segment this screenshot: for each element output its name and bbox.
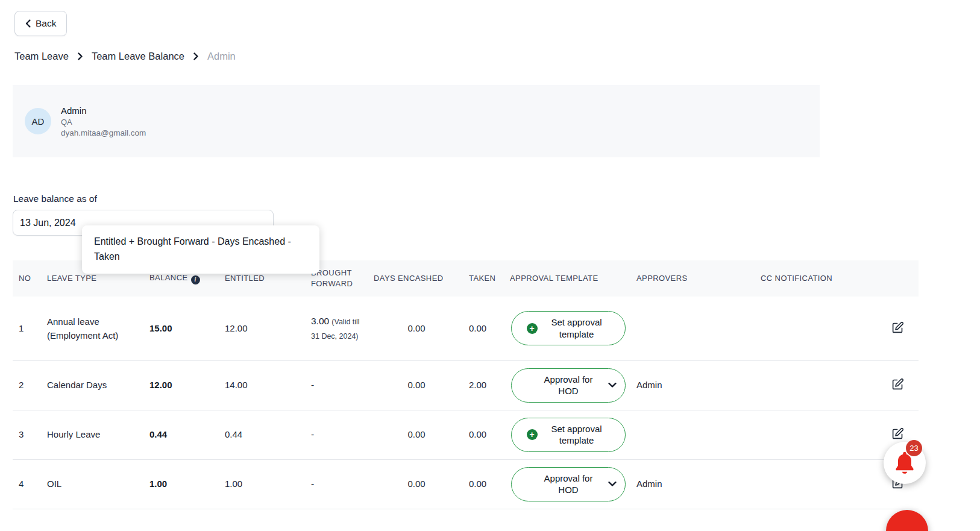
cell-cc-notification [756, 410, 877, 459]
cell-taken: 2.00 [464, 360, 505, 410]
cell-leave-type: Annual leave (Employment Act) [42, 297, 145, 360]
approval-template-label: Set approval template [543, 316, 611, 340]
cell-taken: 0.00 [464, 297, 505, 360]
table-row: 1 Annual leave (Employment Act) 15.00 12… [13, 297, 919, 360]
cell-days-encashed: 0.00 [369, 360, 464, 410]
approval-template-button[interactable]: + Approval for HOD [511, 467, 626, 501]
col-header-no: NO [13, 260, 42, 297]
chevron-left-icon [25, 19, 31, 28]
col-header-approvers: APPROVERS [632, 260, 756, 297]
approval-template-label: Approval for HOD [535, 473, 602, 496]
breadcrumb-admin: Admin [207, 51, 236, 62]
table-row: 2 Calendar Days 12.00 14.00 - 0.00 2.00 … [13, 360, 919, 410]
balance-formula-tooltip: Entitled + Brought Forward - Days Encash… [82, 225, 319, 274]
cell-brought-forward: - [306, 410, 369, 459]
cell-actions [877, 360, 919, 410]
approval-template-button[interactable]: + Set approval template [511, 418, 626, 452]
cell-approvers: Admin [632, 360, 756, 410]
back-label: Back [36, 18, 56, 29]
cell-entitled: 14.00 [220, 360, 306, 410]
approval-template-button[interactable]: + Set approval template [511, 311, 626, 345]
cell-brought-forward: 3.00 (Valid till 31 Dec, 2024) [306, 297, 369, 360]
cell-days-encashed: 0.00 [369, 459, 464, 509]
approval-template-label: Approval for HOD [535, 374, 602, 397]
plus-icon: + [527, 429, 538, 440]
cell-actions [877, 297, 919, 360]
brought-forward-value: - [311, 479, 314, 489]
cell-approvers [632, 297, 756, 360]
edit-button[interactable] [889, 319, 906, 336]
table-row: 4 OIL 1.00 1.00 - 0.00 0.00 + Approval f… [13, 459, 919, 509]
cell-leave-type: OIL [42, 459, 145, 509]
edit-button[interactable] [889, 425, 906, 442]
cell-entitled: 12.00 [220, 297, 306, 360]
cell-cc-notification [756, 297, 877, 360]
cell-approvers [632, 410, 756, 459]
table-row: 3 Hourly Leave 0.44 0.44 - 0.00 0.00 + S… [13, 410, 919, 459]
cell-no: 2 [13, 360, 42, 410]
cell-days-encashed: 0.00 [369, 410, 464, 459]
info-icon[interactable]: i [191, 275, 200, 284]
cell-brought-forward: - [306, 459, 369, 509]
plus-icon: + [527, 323, 538, 334]
breadcrumb-team-leave[interactable]: Team Leave [14, 51, 69, 62]
balance-header-label: BALANCE [149, 273, 188, 282]
cell-leave-type: Hourly Leave [42, 410, 145, 459]
col-header-actions [877, 260, 919, 297]
col-header-cc-notification: CC NOTIFICATION [756, 260, 877, 297]
cell-approvers: Admin [632, 459, 756, 509]
cell-cc-notification [756, 360, 877, 410]
cell-approval-template: + Set approval template [505, 297, 632, 360]
cell-brought-forward: - [306, 360, 369, 410]
cell-balance: 0.44 [145, 410, 220, 459]
cell-no: 1 [13, 297, 42, 360]
col-header-days-encashed: DAYS ENCASHED [369, 260, 464, 297]
breadcrumb-team-leave-balance[interactable]: Team Leave Balance [92, 51, 184, 62]
secondary-fab[interactable] [886, 510, 928, 531]
cell-balance: 1.00 [145, 459, 220, 509]
user-email: dyah.mitaa@gmail.com [61, 128, 146, 137]
cell-entitled: 1.00 [220, 459, 306, 509]
cell-balance: 15.00 [145, 297, 220, 360]
brought-forward-value: 3.00 [311, 316, 329, 326]
notification-badge: 23 [906, 440, 922, 456]
breadcrumb: Team Leave Team Leave Balance Admin [14, 51, 236, 62]
chevron-right-icon [78, 52, 83, 60]
approval-template-button[interactable]: + Approval for HOD [511, 368, 626, 403]
cell-taken: 0.00 [464, 410, 505, 459]
cell-approval-template: + Set approval template [505, 410, 632, 459]
cell-entitled: 0.44 [220, 410, 306, 459]
col-header-approval-template: APPROVAL TEMPLATE [505, 260, 632, 297]
avatar: AD [25, 108, 51, 134]
leave-balance-table: NO LEAVE TYPE BALANCEi ENTITLED BROUGHT … [13, 260, 919, 509]
col-header-taken: TAKEN [464, 260, 505, 297]
user-info: Admin QA dyah.mitaa@gmail.com [61, 105, 146, 137]
cell-leave-type: Calendar Days [42, 360, 145, 410]
user-card: AD Admin QA dyah.mitaa@gmail.com [13, 85, 820, 157]
user-name: Admin [61, 105, 146, 116]
brought-forward-value: - [311, 380, 314, 390]
cell-taken: 0.00 [464, 459, 505, 509]
cell-cc-notification [756, 459, 877, 509]
cell-days-encashed: 0.00 [369, 297, 464, 360]
cell-approval-template: + Approval for HOD [505, 459, 632, 509]
notification-fab[interactable]: 23 [884, 442, 926, 484]
chevron-down-icon [608, 383, 617, 388]
leave-balance-as-of-label: Leave balance as of [13, 193, 97, 204]
page: Back Team Leave Team Leave Balance Admin… [0, 0, 980, 531]
cell-approval-template: + Approval for HOD [505, 360, 632, 410]
edit-button[interactable] [889, 375, 906, 393]
cell-no: 3 [13, 410, 42, 459]
chevron-down-icon [608, 482, 617, 487]
approval-template-label: Set approval template [543, 423, 611, 447]
back-button[interactable]: Back [14, 11, 67, 36]
cell-no: 4 [13, 459, 42, 509]
brought-forward-value: - [311, 429, 314, 439]
chevron-right-icon [193, 52, 198, 60]
user-department: QA [61, 118, 146, 127]
cell-balance: 12.00 [145, 360, 220, 410]
